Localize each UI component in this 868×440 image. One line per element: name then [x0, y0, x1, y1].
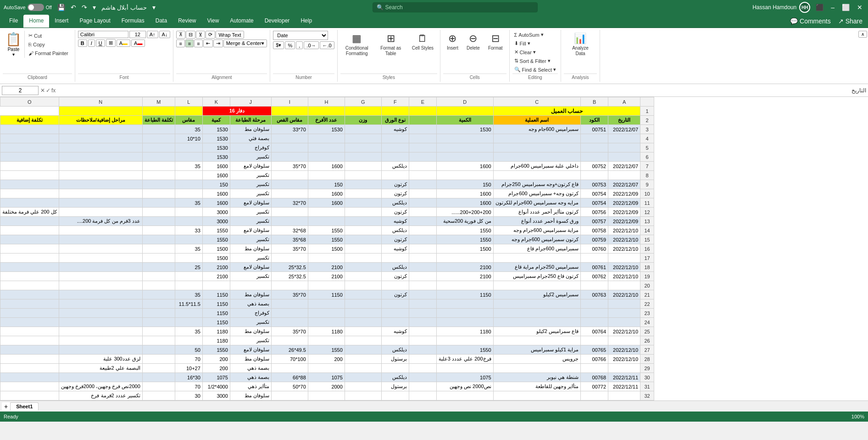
cell[interactable]: كرتون: [381, 208, 409, 217]
align-bottom-btn[interactable]: ⊻: [196, 31, 205, 39]
cell[interactable]: 35: [175, 162, 202, 171]
cell[interactable]: 35: [175, 125, 202, 134]
cell[interactable]: 49.5*26: [271, 345, 308, 355]
cell[interactable]: [581, 143, 608, 152]
cell[interactable]: 70: [175, 355, 202, 364]
cell[interactable]: [175, 318, 202, 327]
cell[interactable]: 00766: [581, 355, 608, 364]
cell[interactable]: [271, 391, 308, 401]
cell[interactable]: [493, 309, 581, 318]
cell[interactable]: تكسير: [230, 217, 271, 226]
cell[interactable]: [175, 208, 202, 217]
cell[interactable]: 2100: [308, 263, 345, 272]
cell[interactable]: [142, 327, 175, 336]
cell[interactable]: كرتون قاع 250جرام سمبراميس: [493, 272, 581, 281]
table-row[interactable]: 32022/12/0700751سمبراميس 600جام وجه1530ك…: [0, 125, 654, 134]
cell[interactable]: كرتون: [381, 180, 409, 189]
cell[interactable]: [345, 364, 381, 373]
cell[interactable]: [345, 217, 381, 226]
cell[interactable]: 30*16: [175, 373, 202, 382]
cell[interactable]: 2022/12/07: [608, 125, 640, 134]
cell[interactable]: [608, 364, 640, 373]
cell[interactable]: [581, 299, 608, 309]
table-row[interactable]: 132022/12/0900757ورق كسوة أحمر عددد أنوا…: [0, 217, 654, 226]
cell[interactable]: نص2000 نص وجهين: [436, 382, 493, 391]
cell[interactable]: [436, 364, 493, 373]
cell[interactable]: [409, 143, 436, 152]
cell[interactable]: [0, 318, 59, 327]
indent-decrease-btn[interactable]: ⇤: [203, 39, 213, 47]
cell[interactable]: [409, 208, 436, 217]
bold-button[interactable]: B: [78, 39, 87, 47]
cell[interactable]: سلوفان لامع: [230, 198, 271, 208]
cell[interactable]: [142, 263, 175, 272]
cell[interactable]: [436, 391, 493, 401]
undo-button[interactable]: ↶: [69, 3, 78, 12]
cell[interactable]: 1150: [436, 290, 493, 299]
col-header-cell[interactable]: عدد الأفرخ: [308, 116, 345, 125]
cell[interactable]: [142, 208, 175, 217]
cell[interactable]: 2022/12/09: [608, 217, 640, 226]
table-row[interactable]: 6تكسير1530: [0, 152, 654, 162]
cell[interactable]: 1075: [308, 373, 345, 382]
minimize-btn[interactable]: –: [829, 3, 836, 12]
cell[interactable]: تكسير: [230, 171, 271, 180]
cell[interactable]: مراية سمبراميس 600جرام وجه: [493, 226, 581, 235]
cell[interactable]: تكسير: [230, 189, 271, 198]
col-header-cell[interactable]: مقاس القص: [271, 116, 308, 125]
cell[interactable]: [345, 107, 381, 116]
cell[interactable]: [59, 107, 142, 116]
cell[interactable]: [345, 254, 381, 263]
cell[interactable]: [493, 134, 581, 143]
cancel-formula-icon[interactable]: ✕: [40, 87, 45, 94]
cell[interactable]: [436, 299, 493, 309]
cell[interactable]: 00765: [581, 345, 608, 355]
cell[interactable]: [345, 318, 381, 327]
table-row[interactable]: 302022/12/1100768شنطة هي نيوبر1075ديلكس1…: [0, 373, 654, 382]
cell[interactable]: [409, 226, 436, 235]
cell[interactable]: 1550: [308, 345, 345, 355]
cell[interactable]: قاع كرتون+وجه سمبراميس 250جرام: [493, 180, 581, 189]
cell[interactable]: [142, 299, 175, 309]
cell[interactable]: [436, 107, 493, 116]
cell[interactable]: [175, 336, 202, 345]
table-row[interactable]: 5كوفراج1530: [0, 143, 654, 152]
cell[interactable]: [345, 299, 381, 309]
cell[interactable]: بصمة ذهي: [230, 373, 271, 382]
cell[interactable]: [381, 152, 409, 162]
col-header-cell[interactable]: وزن: [345, 116, 381, 125]
cell[interactable]: 00757: [581, 217, 608, 226]
cell[interactable]: [381, 281, 409, 290]
table-row[interactable]: 72022/12/0700752داخلي علبة سمبراميس 600ج…: [0, 162, 654, 171]
cell[interactable]: 70*32: [271, 198, 308, 208]
cell[interactable]: [271, 189, 308, 198]
cell[interactable]: 2022/12/09: [608, 189, 640, 198]
cell[interactable]: [581, 134, 608, 143]
cell[interactable]: تكسير عددد 2فرمة فرخ: [59, 391, 142, 401]
cell[interactable]: [409, 244, 436, 254]
add-sheet-btn[interactable]: +: [2, 402, 10, 411]
table-row[interactable]: 8تكسير1600: [0, 171, 654, 180]
cell[interactable]: [175, 107, 202, 116]
cell[interactable]: [308, 134, 345, 143]
cell[interactable]: 1180: [202, 327, 230, 336]
cell[interactable]: 1500: [436, 244, 493, 254]
cell[interactable]: [271, 254, 308, 263]
col-header-k[interactable]: K: [202, 97, 230, 107]
cell[interactable]: [608, 171, 640, 180]
col-header-cell[interactable]: تكلفة الطباعة: [142, 116, 175, 125]
cell[interactable]: كوفراج: [230, 309, 271, 318]
cell[interactable]: [175, 309, 202, 318]
cell[interactable]: [271, 217, 308, 226]
cell[interactable]: [608, 309, 640, 318]
share-btn[interactable]: ↗ Share: [836, 17, 864, 26]
cell[interactable]: [409, 355, 436, 364]
cell[interactable]: 1500: [202, 244, 230, 254]
cell[interactable]: 2022/12/07: [608, 162, 640, 171]
cell[interactable]: مرايه وجه سمبراميس 600جرام للكرتون: [493, 198, 581, 208]
cell[interactable]: [493, 152, 581, 162]
table-row[interactable]: 29بصمة ذهي20010+27البصمة علي 2طبيعة: [0, 364, 654, 373]
wrap-text-btn[interactable]: Wrap Text: [216, 31, 244, 39]
cell[interactable]: [271, 309, 308, 318]
cell[interactable]: [409, 189, 436, 198]
